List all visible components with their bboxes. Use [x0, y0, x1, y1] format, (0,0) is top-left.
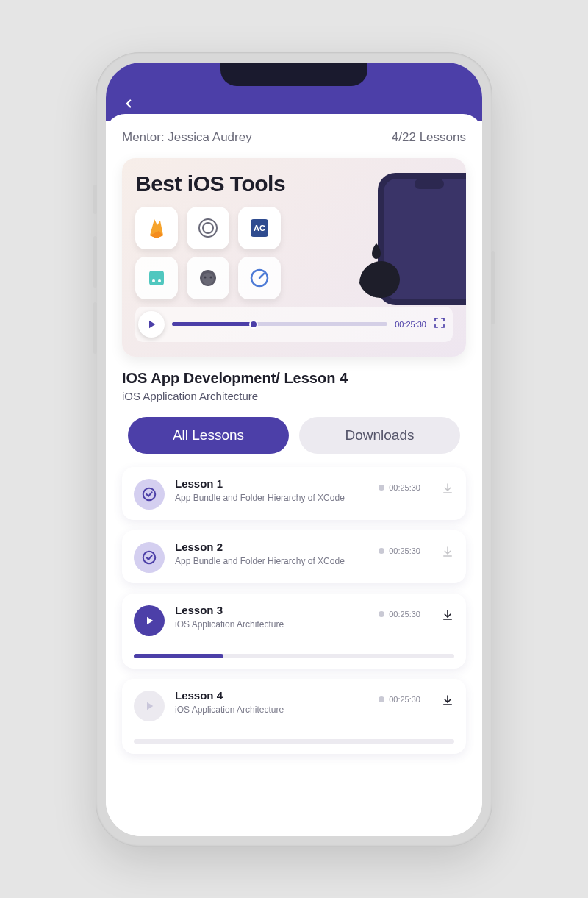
- lesson-duration: 00:25:30: [389, 695, 420, 704]
- video-scrubber[interactable]: [172, 322, 387, 326]
- volume-button: [93, 236, 97, 288]
- svg-rect-2: [415, 179, 444, 189]
- lesson-desc: App Bundle and Folder Hierarchy of XCode: [175, 555, 368, 567]
- svg-point-4: [203, 223, 213, 233]
- lesson-item[interactable]: Lesson 1 App Bundle and Folder Hierarchy…: [122, 467, 466, 520]
- lesson-meta: 00:25:30: [379, 610, 420, 619]
- lesson-title: Lesson 1: [175, 477, 368, 490]
- fullscreen-button[interactable]: [434, 317, 445, 332]
- volume-button: [93, 302, 97, 354]
- tab-all-lessons[interactable]: All Lessons: [128, 417, 289, 454]
- svg-point-9: [158, 279, 161, 282]
- play-button[interactable]: [138, 311, 165, 338]
- video-preview-card[interactable]: Best iOS Tools: [122, 158, 466, 357]
- status-dot: [379, 611, 384, 617]
- check-circle-icon: [141, 549, 157, 566]
- content-sheet: Mentor: Jessica Audrey 4/22 Lessons Best…: [106, 114, 482, 836]
- teal-tool-icon: [135, 257, 178, 299]
- course-title: IOS App Development/ Lesson 4: [122, 370, 466, 387]
- play-icon: [143, 699, 156, 713]
- lesson-duration: 00:25:30: [389, 483, 420, 492]
- lesson-desc: iOS Application Architecture: [175, 619, 368, 630]
- meta-row: Mentor: Jessica Audrey 4/22 Lessons: [122, 130, 466, 145]
- lesson-status-done: [134, 542, 165, 573]
- lesson-title: Lesson 3: [175, 604, 368, 616]
- notch: [220, 63, 368, 86]
- svg-point-11: [202, 273, 214, 285]
- lesson-status-playing: [134, 605, 165, 636]
- video-time: 00:25:30: [395, 320, 426, 329]
- svg-line-15: [259, 274, 264, 278]
- lesson-status-idle: [134, 691, 165, 721]
- status-dot: [379, 696, 384, 702]
- download-icon: [441, 694, 454, 707]
- lesson-meta: 00:25:30: [379, 695, 420, 704]
- download-icon: [441, 482, 454, 495]
- lesson-desc: iOS Application Architecture: [175, 704, 368, 716]
- power-button: [491, 251, 495, 324]
- lesson-meta: 00:25:30: [379, 546, 420, 555]
- lesson-duration: 00:25:30: [389, 610, 420, 619]
- check-circle-icon: [141, 486, 157, 502]
- lesson-body: Lesson 3 iOS Application Architecture: [175, 604, 368, 630]
- chevron-left-icon: [122, 97, 135, 110]
- lesson-item[interactable]: Lesson 3 iOS Application Architecture 00…: [122, 594, 466, 669]
- circle-tool-icon: [187, 207, 229, 249]
- scrubber-knob[interactable]: [249, 320, 258, 329]
- appcode-icon: AC: [238, 207, 281, 249]
- lessons-progress-label: 4/22 Lessons: [392, 130, 466, 145]
- tabs: All Lessons Downloads: [122, 417, 466, 454]
- gauge-tool-icon: [238, 257, 281, 299]
- iphone-illustration: [319, 165, 466, 313]
- video-player-controls: 00:25:30: [135, 307, 453, 342]
- svg-point-8: [152, 279, 155, 282]
- svg-point-12: [204, 276, 207, 278]
- download-button[interactable]: [441, 608, 454, 624]
- lesson-progress: [134, 646, 454, 658]
- download-icon: [441, 608, 454, 621]
- svg-point-3: [199, 219, 217, 237]
- tab-downloads[interactable]: Downloads: [299, 417, 460, 454]
- svg-rect-7: [149, 271, 164, 285]
- download-button[interactable]: [441, 482, 454, 498]
- lesson-title: Lesson 4: [175, 689, 368, 702]
- download-icon: [441, 545, 454, 558]
- lesson-title: Lesson 2: [175, 541, 368, 553]
- svg-point-17: [143, 551, 156, 563]
- back-button[interactable]: [122, 97, 135, 113]
- lesson-item[interactable]: Lesson 4 iOS Application Architecture 00…: [122, 679, 466, 754]
- lesson-progress: [134, 732, 454, 744]
- svg-text:AC: AC: [254, 224, 265, 232]
- phone-mockup-frame: Mentor: Jessica Audrey 4/22 Lessons Best…: [96, 52, 492, 847]
- ladybug-tool-icon: [187, 257, 229, 299]
- svg-point-13: [210, 276, 212, 278]
- mentor-label: Mentor: Jessica Audrey: [122, 130, 252, 145]
- svg-point-16: [143, 488, 156, 500]
- firebase-icon: [135, 207, 178, 249]
- lesson-meta: 00:25:30: [379, 483, 420, 492]
- lesson-body: Lesson 1 App Bundle and Folder Hierarchy…: [175, 477, 368, 504]
- lesson-duration: 00:25:30: [389, 546, 420, 555]
- status-dot: [379, 548, 384, 554]
- expand-icon: [434, 317, 445, 329]
- scrubber-fill: [172, 322, 254, 326]
- volume-button: [93, 185, 97, 214]
- screen: Mentor: Jessica Audrey 4/22 Lessons Best…: [106, 63, 482, 836]
- status-dot: [379, 485, 384, 491]
- course-subtitle: iOS Application Architecture: [122, 390, 466, 402]
- lesson-status-done: [134, 479, 165, 510]
- lesson-desc: App Bundle and Folder Hierarchy of XCode: [175, 492, 368, 504]
- lesson-item[interactable]: Lesson 2 App Bundle and Folder Hierarchy…: [122, 530, 466, 583]
- play-icon: [145, 318, 158, 331]
- download-button[interactable]: [441, 545, 454, 561]
- download-button[interactable]: [441, 694, 454, 710]
- play-icon: [143, 614, 156, 627]
- lesson-body: Lesson 2 App Bundle and Folder Hierarchy…: [175, 541, 368, 567]
- lesson-body: Lesson 4 iOS Application Architecture: [175, 689, 368, 716]
